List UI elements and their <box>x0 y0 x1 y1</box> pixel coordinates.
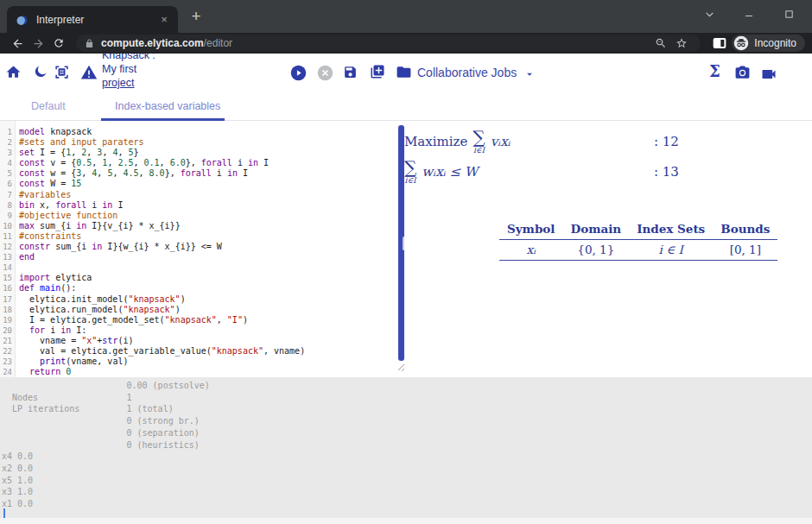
line-number: 16 <box>0 283 12 294</box>
zoom-out-icon[interactable] <box>650 35 671 52</box>
line-number: 13 <box>0 252 12 262</box>
warning-icon[interactable] <box>80 64 98 81</box>
incognito-label: Incognito <box>754 37 796 49</box>
code-line[interactable]: model knapsack <box>19 127 398 137</box>
focus-scan-icon[interactable] <box>54 64 70 80</box>
line-number: 1 <box>0 127 12 137</box>
browser-tab-strip: Interpreter × + <box>0 0 812 33</box>
browser-nav-row: compute.elytica.com/editor Incognito <box>0 33 812 54</box>
bookmark-star-icon[interactable] <box>671 35 692 52</box>
app-toolbar: Knapsack : My first project Collaborativ… <box>0 54 812 92</box>
sum-symbol: ∑ i∈I <box>404 159 416 185</box>
window-controls <box>689 2 809 26</box>
col-bounds: Bounds <box>713 220 777 240</box>
code-line[interactable]: #objective function <box>19 211 398 221</box>
code-line[interactable]: import elytica <box>19 273 398 283</box>
line-number: 8 <box>0 200 12 211</box>
code-line[interactable]: bin x, forall i in I <box>19 200 398 211</box>
dark-mode-moon-icon[interactable] <box>33 64 48 79</box>
code-line[interactable]: constr sum_{i in I}{w_{i} * x_{i}} <= W <box>19 242 398 252</box>
add-to-project-icon[interactable] <box>370 64 385 79</box>
code-line[interactable]: I = elytica.get_model_set("knapsack", "I… <box>19 315 398 325</box>
objective-line-ref: : 12 <box>654 134 679 149</box>
code-line[interactable]: def main(): <box>19 283 398 294</box>
save-icon[interactable] <box>343 65 358 79</box>
url-host: compute.elytica.com <box>101 37 204 49</box>
split-divider[interactable] <box>398 125 404 361</box>
camera-icon[interactable] <box>734 65 751 81</box>
code-line[interactable]: const W = 15 <box>19 179 398 189</box>
home-icon[interactable] <box>5 64 22 80</box>
back-icon[interactable] <box>7 35 28 52</box>
code-line[interactable]: max sum_{i in I}{v_{i} * x_{i}} <box>19 221 398 231</box>
run-button[interactable] <box>290 65 307 81</box>
browser-tab[interactable]: Interpreter × <box>7 6 178 33</box>
cell-symbol: xᵢ <box>499 240 562 261</box>
code-line[interactable]: return 0 <box>19 367 398 377</box>
url-path: /editor <box>204 37 232 49</box>
sigma-button[interactable]: Σ <box>709 62 720 80</box>
url-text: compute.elytica.com/editor <box>101 37 232 49</box>
constraint-expression: wᵢxᵢ ≤ W <box>422 164 478 180</box>
code-line[interactable]: print(vname, val) <box>19 357 398 367</box>
line-number: 11 <box>0 231 12 242</box>
col-domain: Domain <box>562 220 629 240</box>
tab-index-based-variables[interactable]: Index-based variables <box>115 100 220 112</box>
line-number: 20 <box>0 325 12 336</box>
tab-default[interactable]: Default <box>31 100 66 112</box>
sum-symbol: ∑ i∈I <box>473 129 485 155</box>
code-line[interactable]: #sets and input paraters <box>19 137 398 148</box>
code-editor[interactable]: 123456789101112131415161718192021222324 … <box>0 121 398 377</box>
console-scrollbar-track[interactable] <box>0 518 812 524</box>
line-number: 15 <box>0 273 12 283</box>
project-title-line: Knapsack : <box>102 54 155 62</box>
minimize-icon[interactable] <box>729 2 769 26</box>
code-line[interactable]: val = elytica.get_variable_value("knapsa… <box>19 346 398 357</box>
code-line[interactable]: for i in I: <box>19 325 398 336</box>
folder-icon[interactable] <box>396 64 412 80</box>
tab-close-icon[interactable]: × <box>157 13 171 26</box>
stop-button[interactable] <box>317 65 333 81</box>
lock-icon <box>85 39 94 48</box>
col-symbol: Symbol <box>499 220 562 240</box>
browser-tab-title: Interpreter <box>36 14 157 26</box>
line-number: 10 <box>0 221 12 231</box>
line-number: 19 <box>0 315 12 325</box>
project-title[interactable]: Knapsack : My first project <box>102 54 155 92</box>
code-line[interactable]: const v = {0.5, 1, 2.5, 0.1, 6.0}, foral… <box>19 158 398 168</box>
collaborative-jobs-label[interactable]: Collaborative Jobs <box>417 66 517 79</box>
jobs-dropdown-caret-icon[interactable] <box>523 68 536 80</box>
chevron-down-icon[interactable] <box>689 2 729 26</box>
variables-table-header-row: Symbol Domain Index Sets Bounds <box>499 220 777 240</box>
maximize-icon[interactable] <box>769 2 809 26</box>
code-line[interactable]: const w = {3, 4, 5, 4.5, 8.0}, forall i … <box>19 168 398 179</box>
line-number: 9 <box>0 211 12 221</box>
incognito-icon <box>733 35 749 51</box>
app-window: Interpreter × + <box>0 0 812 524</box>
gutter: 123456789101112131415161718192021222324 <box>0 121 16 377</box>
new-tab-button[interactable]: + <box>187 8 206 27</box>
model-tabs: Default Index-based variables <box>0 92 812 121</box>
code-line[interactable]: #constraints <box>19 231 398 242</box>
forward-icon[interactable] <box>28 35 48 52</box>
line-number: 3 <box>0 148 12 158</box>
code-line[interactable]: elytica.init_model("knapsack") <box>19 294 398 305</box>
side-panel-icon[interactable] <box>713 37 726 49</box>
code-line[interactable]: set I = {1, 2, 3, 4, 5} <box>19 148 398 158</box>
console-output: 0.00 (postsolve) Nodes 1 LP iterations 1… <box>0 377 812 510</box>
code-lines[interactable]: model knapsack#sets and input paratersse… <box>16 121 398 377</box>
interpreter-console[interactable]: 0.00 (postsolve) Nodes 1 LP iterations 1… <box>0 377 812 524</box>
code-line[interactable]: #variables <box>19 190 398 200</box>
code-line[interactable]: elytica.run_model("knapsack") <box>19 305 398 315</box>
code-line[interactable]: vname = "x"+str(i) <box>19 336 398 346</box>
project-title-line: My first <box>102 62 155 76</box>
address-bar[interactable]: compute.elytica.com/editor <box>76 35 701 52</box>
cell-index-sets: i ∈ I <box>629 240 713 261</box>
code-line[interactable] <box>19 262 398 273</box>
reload-icon[interactable] <box>48 35 69 52</box>
code-line[interactable]: end <box>19 252 398 262</box>
video-camera-icon[interactable] <box>760 66 777 83</box>
objective-equation: Maximize ∑ i∈I vᵢxᵢ <box>404 129 511 155</box>
favicon <box>16 13 29 27</box>
line-number: 22 <box>0 346 12 357</box>
